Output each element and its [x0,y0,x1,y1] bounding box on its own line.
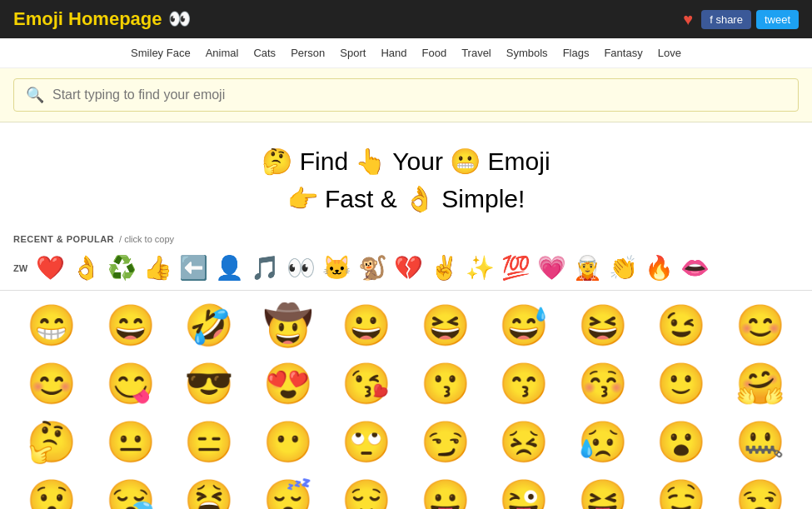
emoji-cell[interactable]: 🤔 [13,414,91,471]
emoji-cell[interactable]: 😒 [722,472,800,509]
emoji-grid: 😁 😄 🤣 🤠 😀 😆 😅 😆 😉 😊 😊 😋 😎 😍 😘 😗 😙 😚 🙂 🤗 … [0,291,812,509]
facebook-share-button[interactable]: f share [701,10,751,29]
emoji-cell[interactable]: 😪 [92,472,170,509]
emoji-cell[interactable]: 😮 [643,414,720,471]
emoji-cell[interactable]: 😣 [486,414,563,471]
emoji-cell[interactable]: 🤐 [722,414,800,471]
recent-emoji[interactable]: 🐒 [356,252,389,283]
recent-emoji[interactable]: 👍 [142,252,174,283]
emoji-cell[interactable]: 😜 [486,472,563,509]
emoji-cell[interactable]: 😗 [407,356,485,412]
emoji-cell[interactable]: 😎 [171,356,248,412]
emoji-cell[interactable]: 😌 [328,472,406,509]
recent-emoji[interactable]: 🐱 [321,252,353,283]
hero-line1: 🤔 Find 👆 Your 😬 Emoji [0,142,812,180]
recent-emoji[interactable]: ✨ [464,252,496,283]
emoji-cell[interactable]: 🤗 [722,356,800,412]
recent-emoji[interactable]: ⬅️ [177,252,210,283]
emoji-cell[interactable]: 🙂 [643,356,720,412]
tweet-button[interactable]: tweet [756,10,799,29]
emoji-cell[interactable]: 😶 [250,414,327,471]
emoji-cell[interactable]: 😘 [328,356,406,412]
recent-emoji[interactable]: ✌️ [428,252,461,283]
emoji-cell[interactable]: 😫 [171,472,248,509]
nav-item-fantasy[interactable]: Fantasy [599,45,647,61]
emoji-cell[interactable]: 😁 [13,297,91,354]
nav-item-food[interactable]: Food [416,45,451,61]
zw-badge: ZW [13,263,27,273]
recent-emoji[interactable]: ♻️ [106,252,138,283]
nav-item-hand[interactable]: Hand [376,45,411,61]
emoji-cell[interactable]: 😉 [643,297,720,354]
emoji-cell[interactable]: 😆 [407,297,485,354]
recent-emoji[interactable]: ❤️ [34,252,67,283]
emoji-cell[interactable]: 😯 [13,472,91,509]
emoji-cell[interactable]: 😊 [13,356,91,412]
recent-emoji[interactable]: 👏 [607,252,640,283]
search-section: 🔍 [0,68,812,122]
nav-item-symbols[interactable]: Symbols [501,45,553,61]
emoji-cell[interactable]: 😑 [171,414,248,471]
emoji-cell[interactable]: 😴 [250,472,327,509]
emoji-cell[interactable]: 😐 [92,414,170,471]
emoji-cell[interactable]: 😥 [565,414,642,471]
hero-line2: 👉 Fast & 👌 Simple! [0,180,812,217]
nav-item-travel[interactable]: Travel [456,45,496,61]
emoji-cell[interactable]: 😍 [250,356,327,412]
recent-emoji[interactable]: 👄 [679,252,711,283]
recent-emoji[interactable]: 💯 [500,252,532,283]
nav-item-sport[interactable]: Sport [335,45,371,61]
emoji-cell[interactable]: 😛 [407,472,485,509]
search-box: 🔍 [13,78,799,112]
recent-emoji[interactable]: 👤 [213,252,246,283]
emoji-cell[interactable]: 😝 [565,472,642,509]
heart-icon: ♥ [683,10,693,29]
emoji-cell[interactable]: 🙄 [328,414,406,471]
nav-item-smiley-face[interactable]: Smiley Face [126,45,196,61]
nav-item-flags[interactable]: Flags [558,45,595,61]
nav-item-cats[interactable]: Cats [248,45,281,61]
search-icon: 🔍 [26,86,44,104]
recent-popular-header: RECENT & POPULAR / click to copy [0,231,812,249]
emoji-cell[interactable]: 😀 [328,297,406,354]
recent-label: RECENT & POPULAR [13,234,114,244]
emoji-cell[interactable]: 😙 [486,356,563,412]
nav-item-animal[interactable]: Animal [201,45,244,61]
recent-emoji[interactable]: 💔 [392,252,425,283]
recent-emoji[interactable]: 🔥 [643,252,675,283]
recent-emoji-row: ZW ❤️ 👌 ♻️ 👍 ⬅️ 👤 🎵 👀 🐱 🐒 💔 ✌️ ✨ 💯 💗 🧝 👏… [0,249,812,291]
site-title: Emoji Homepage [13,8,162,30]
emoji-cell[interactable]: 🤤 [643,472,720,509]
category-nav: Smiley Face Animal Cats Person Sport Han… [0,38,812,68]
recent-emoji[interactable]: 💗 [536,252,568,283]
header: Emoji Homepage 👀 ♥ f share tweet [0,0,812,38]
click-to-copy-label: / click to copy [119,234,174,244]
recent-emoji[interactable]: 🎵 [249,252,281,283]
emoji-cell[interactable]: 😆 [565,297,642,354]
recent-emoji[interactable]: 🧝 [571,252,604,283]
nav-item-love[interactable]: Love [653,45,686,61]
hero-section: 🤔 Find 👆 Your 😬 Emoji 👉 Fast & 👌 Simple! [0,122,812,231]
eyes-icon: 👀 [168,8,191,30]
search-input[interactable] [52,87,786,102]
recent-emoji[interactable]: 👀 [285,252,317,283]
emoji-cell[interactable]: 😊 [722,297,800,354]
emoji-cell[interactable]: 😏 [407,414,485,471]
emoji-cell[interactable]: 🤠 [250,297,327,354]
recent-emoji[interactable]: 👌 [70,252,102,283]
emoji-cell[interactable]: 😋 [92,356,170,412]
emoji-cell[interactable]: 😅 [486,297,563,354]
emoji-cell[interactable]: 😄 [92,297,170,354]
nav-item-person[interactable]: Person [286,45,330,61]
emoji-cell[interactable]: 😚 [565,356,642,412]
emoji-cell[interactable]: 🤣 [171,297,248,354]
